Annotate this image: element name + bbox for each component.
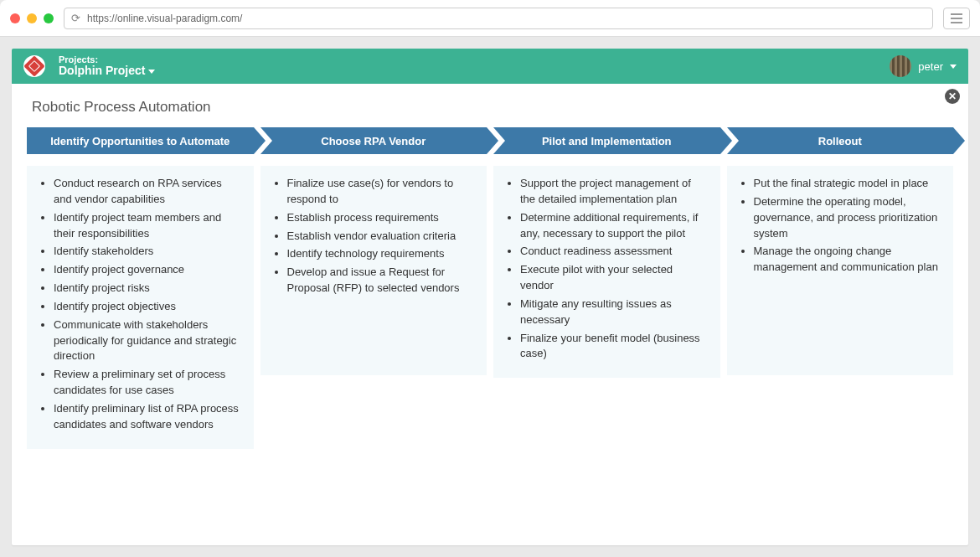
column-header[interactable]: Identify Opportunities to Automate	[27, 127, 254, 154]
url-text: https://online.visual-paradigm.com/	[87, 13, 242, 24]
list-item: Support the project management of the de…	[520, 176, 707, 208]
process-columns: Identify Opportunities to Automate Condu…	[27, 127, 953, 449]
close-button[interactable]: ✕	[945, 89, 960, 104]
list-item: Identify stakeholders	[54, 244, 240, 260]
process-column: Identify Opportunities to Automate Condu…	[27, 127, 254, 449]
column-header[interactable]: Pilot and Implementation	[493, 127, 720, 154]
process-column: Pilot and Implementation Support the pro…	[493, 127, 720, 449]
window-minimize-button[interactable]	[27, 13, 37, 23]
app-shell: Projects: Dolphin Project peter ✕ Roboti…	[0, 37, 980, 557]
list-item: Manage the ongoing change management and…	[754, 244, 941, 276]
browser-chrome: ⟳ https://online.visual-paradigm.com/	[0, 0, 980, 37]
list-item: Identify preliminary list of RPA process…	[54, 401, 240, 433]
column-body: Support the project management of the de…	[493, 166, 720, 378]
list-item: Put the final strategic model in place	[754, 176, 941, 192]
process-column: Rolleout Put the final strategic model i…	[727, 127, 954, 449]
list-item: Finalize your benefit model (business ca…	[520, 331, 707, 363]
list-item: Identify project team members and their …	[54, 210, 240, 242]
list-item: Establish vendor evaluation criteria	[287, 229, 474, 245]
list-item: Determine the operating model, governanc…	[754, 194, 941, 242]
list-item: Develop and issue a Request for Proposal…	[287, 265, 474, 297]
column-header[interactable]: Choose RPA Vendor	[260, 127, 487, 154]
project-selector[interactable]: Projects: Dolphin Project	[59, 54, 155, 77]
list-item: Conduct research on RPA services and ven…	[54, 176, 240, 208]
list-item: Identify project objectives	[54, 299, 240, 315]
list-item: Execute pilot with your selected vendor	[520, 262, 707, 294]
column-body: Put the final strategic model in place D…	[727, 166, 954, 375]
browser-menu-button[interactable]	[943, 8, 970, 29]
window-maximize-button[interactable]	[44, 13, 54, 23]
user-menu[interactable]: peter	[890, 55, 957, 77]
close-icon: ✕	[948, 90, 957, 102]
app-logo[interactable]	[23, 55, 45, 77]
chevron-down-icon	[148, 70, 155, 74]
list-item: Identify technology requirements	[287, 246, 474, 262]
column-title: Rolleout	[818, 135, 862, 147]
app-header: Projects: Dolphin Project peter	[12, 49, 968, 84]
column-title: Identify Opportunities to Automate	[50, 135, 230, 147]
project-name: Dolphin Project	[59, 64, 145, 77]
list-item: Conduct readiness assessment	[520, 244, 707, 260]
column-title: Choose RPA Vendor	[321, 135, 426, 147]
url-bar[interactable]: ⟳ https://online.visual-paradigm.com/	[64, 8, 933, 29]
column-body: Finalize use case(s) for vendors to resp…	[260, 166, 487, 375]
window-controls	[10, 13, 54, 23]
list-item: Identify project risks	[54, 281, 240, 297]
list-item: Mitigate any resulting issues as necessa…	[520, 297, 707, 328]
page-title: Robotic Process Automation	[32, 99, 953, 116]
reload-icon[interactable]: ⟳	[71, 12, 80, 24]
process-column: Choose RPA Vendor Finalize use case(s) f…	[260, 127, 487, 449]
column-title: Pilot and Implementation	[542, 135, 672, 147]
list-item: Communicate with stakeholders periodical…	[54, 317, 240, 365]
main-canvas: ✕ Robotic Process Automation Identify Op…	[12, 84, 968, 545]
list-item: Identify project governance	[54, 262, 240, 278]
user-name: peter	[918, 60, 943, 73]
chevron-down-icon	[950, 64, 957, 69]
list-item: Review a preliminary set of process cand…	[54, 367, 240, 399]
list-item: Establish process requirements	[287, 210, 474, 226]
list-item: Determine additional requirements, if an…	[520, 210, 707, 242]
window-close-button[interactable]	[10, 13, 20, 23]
list-item: Finalize use case(s) for vendors to resp…	[287, 176, 474, 208]
column-body: Conduct research on RPA services and ven…	[27, 166, 254, 449]
column-header[interactable]: Rolleout	[727, 127, 954, 154]
avatar	[890, 55, 911, 77]
